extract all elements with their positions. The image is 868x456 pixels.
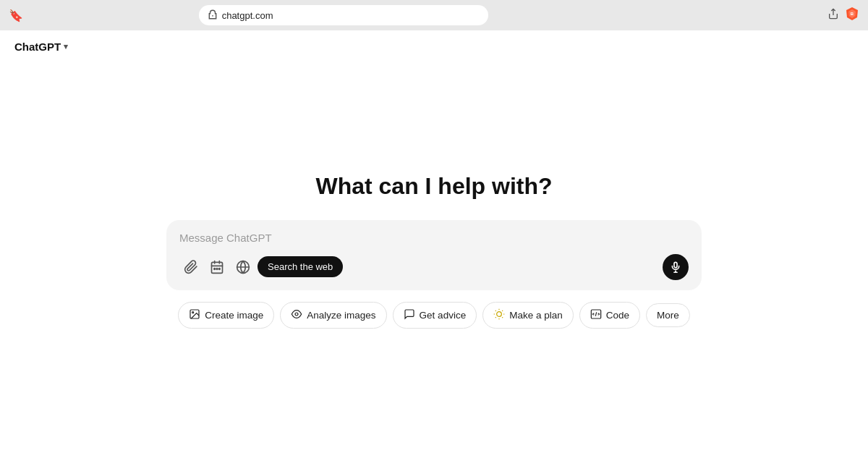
app-title-button[interactable]: ChatGPT ▾	[14, 41, 68, 53]
url-bar[interactable]: chatgpt.com	[199, 5, 488, 25]
url-text: chatgpt.com	[222, 10, 273, 21]
search-web-label: Search the web	[268, 261, 333, 272]
app-header: ChatGPT ▾	[0, 30, 868, 63]
svg-point-0	[212, 14, 213, 16]
make-plan-label: Make a plan	[509, 310, 563, 321]
svg-rect-13	[674, 262, 677, 267]
make-plan-icon	[493, 308, 505, 322]
code-icon	[590, 308, 602, 322]
svg-text:B: B	[851, 12, 854, 16]
attach-button[interactable]	[179, 256, 203, 279]
quick-btn-get-advice[interactable]: Get advice	[393, 302, 477, 329]
brave-icon: B	[845, 7, 859, 25]
main-headline: What can I help with?	[315, 173, 552, 200]
quick-actions: Create image Analyze images Get advice	[178, 302, 690, 329]
bookmark-icon[interactable]: 🔖	[9, 9, 23, 22]
chevron-down-icon: ▾	[64, 42, 68, 51]
app-title-text: ChatGPT	[14, 41, 61, 53]
input-toolbar: Search the web	[179, 254, 689, 280]
main-content: What can I help with? Message ChatGPT	[0, 63, 868, 452]
svg-point-18	[295, 313, 298, 316]
create-image-label: Create image	[205, 310, 263, 321]
svg-point-17	[192, 311, 194, 313]
svg-point-9	[216, 268, 218, 269]
get-advice-label: Get advice	[420, 310, 467, 321]
url-security-icon	[208, 9, 218, 22]
analyze-images-icon	[291, 308, 302, 322]
quick-btn-make-plan[interactable]: Make a plan	[482, 302, 574, 329]
search-web-button[interactable]: Search the web	[258, 256, 343, 277]
quick-btn-analyze-images[interactable]: Analyze images	[280, 302, 386, 329]
quick-btn-code[interactable]: Code	[579, 302, 640, 329]
globe-button[interactable]	[231, 256, 255, 279]
message-placeholder[interactable]: Message ChatGPT	[179, 232, 689, 244]
tools-button[interactable]	[205, 256, 229, 279]
svg-point-19	[497, 311, 502, 316]
mic-button[interactable]	[663, 254, 689, 280]
quick-btn-more[interactable]: More	[646, 303, 690, 327]
svg-point-10	[219, 268, 221, 269]
svg-point-8	[214, 268, 216, 269]
more-label: More	[657, 310, 679, 321]
analyze-images-label: Analyze images	[307, 310, 375, 321]
get-advice-icon	[404, 308, 415, 322]
code-label: Code	[606, 310, 629, 321]
browser-bar: 🔖 chatgpt.com B	[0, 0, 868, 30]
share-icon[interactable]	[827, 8, 839, 22]
create-image-icon	[189, 308, 200, 322]
quick-btn-create-image[interactable]: Create image	[178, 302, 274, 329]
browser-actions: B	[827, 7, 859, 25]
chat-input-container: Message ChatGPT	[166, 220, 702, 290]
